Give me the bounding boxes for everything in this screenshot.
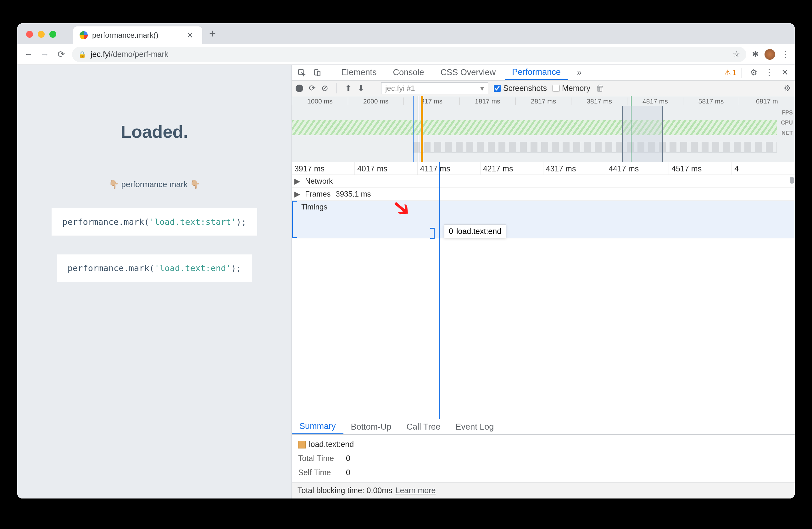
- close-window-button[interactable]: [26, 31, 33, 38]
- tab-console[interactable]: Console: [386, 65, 431, 80]
- expand-toggle-icon[interactable]: ▶: [292, 177, 303, 186]
- separator: [336, 83, 337, 94]
- browser-menu-button[interactable]: ⋮: [781, 49, 789, 59]
- selection-bracket-right: [430, 228, 435, 239]
- device-toolbar-icon[interactable]: [311, 66, 324, 79]
- overview-marker: [421, 96, 423, 162]
- frames-value: 3935.1 ms: [333, 188, 373, 200]
- webpage: Loaded. 👇🏼 performance mark 👇🏼 performan…: [17, 65, 291, 499]
- profile-avatar[interactable]: [765, 49, 775, 60]
- content-area: Loaded. 👇🏼 performance mark 👇🏼 performan…: [17, 65, 795, 499]
- ruler-tick: 4017 ms: [355, 162, 418, 174]
- settings-gear-icon[interactable]: ⚙: [747, 66, 760, 79]
- performance-toolbar: ⟳ ⊘ ⬆ ⬇ jec.fyi #1▾ Screenshots Memory 🗑…: [292, 81, 795, 96]
- reload-button[interactable]: ⟳: [56, 49, 66, 60]
- load-profile-icon[interactable]: ⬆: [345, 83, 352, 93]
- ruler-tick: 4417 ms: [606, 162, 669, 174]
- ruler-tick: 3817 ms: [571, 98, 627, 105]
- tab-event-log[interactable]: Event Log: [448, 419, 502, 434]
- record-button[interactable]: [295, 85, 303, 92]
- details-tab-strip: Summary Bottom-Up Call Tree Event Log: [292, 419, 795, 435]
- devtools-menu-button[interactable]: ⋮: [763, 66, 776, 79]
- ruler-tick: 4317 ms: [543, 162, 606, 174]
- learn-more-link[interactable]: Learn more: [396, 486, 436, 495]
- favicon-icon: [79, 31, 88, 39]
- ruler-tick: 2000 ms: [348, 98, 404, 105]
- color-swatch: [298, 441, 306, 448]
- expand-toggle-icon[interactable]: ▶: [292, 190, 303, 198]
- url-text: jec.fyi/demo/perf-mark: [90, 50, 168, 59]
- tab-overflow-button[interactable]: »: [570, 65, 589, 80]
- close-devtools-button[interactable]: ✕: [778, 66, 792, 79]
- back-button[interactable]: ←: [23, 49, 34, 60]
- ruler-tick: 817 ms: [404, 98, 460, 105]
- window-controls: [26, 31, 56, 38]
- inspect-element-icon[interactable]: [295, 66, 308, 79]
- ruler-tick: 5817 ms: [683, 98, 739, 105]
- tab-performance[interactable]: Performance: [505, 65, 568, 80]
- tab-summary[interactable]: Summary: [292, 419, 344, 434]
- overview-marker: [418, 96, 418, 162]
- chevron-down-icon: ▾: [480, 84, 484, 93]
- scrollbar-thumb[interactable]: [790, 177, 794, 184]
- status-bar: Total blocking time: 0.00ms Learn more: [292, 482, 795, 499]
- network-track[interactable]: ▶Network: [292, 175, 795, 188]
- ruler-tick: 4: [732, 162, 795, 174]
- tab-call-tree[interactable]: Call Tree: [399, 419, 448, 434]
- overview-lane-labels: FPS CPU NET: [781, 108, 793, 138]
- tab-css-overview[interactable]: CSS Overview: [434, 65, 503, 80]
- save-profile-icon[interactable]: ⬇: [358, 83, 364, 93]
- tab-elements[interactable]: Elements: [334, 65, 384, 80]
- self-time-row: Self Time0: [298, 468, 788, 477]
- net-track: [413, 142, 777, 153]
- tab-strip: performance.mark() ✕ +: [17, 23, 795, 44]
- timeline-overview[interactable]: 1000 ms 2000 ms 817 ms 1817 ms 2817 ms 3…: [292, 96, 795, 162]
- separator: [373, 83, 373, 94]
- page-heading: Loaded.: [121, 121, 188, 142]
- overview-selection[interactable]: [622, 106, 663, 162]
- ruler-tick: 1000 ms: [292, 98, 348, 105]
- ruler-tick: 4517 ms: [669, 162, 732, 174]
- reload-record-button[interactable]: ⟳: [309, 83, 316, 93]
- flame-time-marker: [439, 162, 440, 419]
- code-snippet-1: performance.mark('load.text:start');: [52, 208, 257, 235]
- warnings-badge[interactable]: ⚠ 1: [724, 68, 737, 77]
- tooltip-label: load.text:end: [456, 227, 501, 236]
- devtools-tab-strip: Elements Console CSS Overview Performanc…: [292, 65, 795, 81]
- ruler-tick: 2817 ms: [516, 98, 571, 105]
- maximize-window-button[interactable]: [49, 31, 56, 38]
- frames-track[interactable]: ▶Frames3935.1 ms: [292, 188, 795, 201]
- flame-ruler: 3917 ms 4017 ms 4117 ms 4217 ms 4317 ms …: [292, 162, 795, 175]
- entry-name: load.text:end: [309, 440, 354, 448]
- new-tab-button[interactable]: +: [209, 27, 216, 40]
- fps-label: FPS: [781, 108, 793, 118]
- close-tab-button[interactable]: ✕: [184, 30, 196, 40]
- ruler-tick: 3917 ms: [292, 162, 355, 174]
- ruler-tick: 1817 ms: [460, 98, 516, 105]
- flame-chart[interactable]: 3917 ms 4017 ms 4117 ms 4217 ms 4317 ms …: [292, 162, 795, 419]
- tab-bottom-up[interactable]: Bottom-Up: [344, 419, 399, 434]
- screenshots-checkbox[interactable]: Screenshots: [494, 84, 547, 93]
- cpu-track: [292, 120, 777, 135]
- bookmark-star-icon[interactable]: ☆: [733, 49, 740, 59]
- address-bar[interactable]: 🔒 jec.fyi/demo/perf-mark ☆: [72, 47, 746, 62]
- extensions-icon[interactable]: ✱: [752, 49, 759, 59]
- garbage-collect-icon[interactable]: 🗑: [596, 83, 604, 93]
- recording-dropdown[interactable]: jec.fyi #1▾: [381, 82, 488, 94]
- tab-title: performance.mark(): [92, 31, 179, 40]
- timing-tooltip: 0 load.text:end: [444, 225, 506, 238]
- overview-marker: [413, 96, 414, 162]
- tooltip-duration: 0: [449, 227, 453, 236]
- memory-checkbox[interactable]: Memory: [553, 84, 590, 93]
- capture-settings-gear-icon[interactable]: ⚙: [784, 83, 791, 93]
- browser-tab[interactable]: performance.mark() ✕: [73, 26, 202, 44]
- overview-ruler: 1000 ms 2000 ms 817 ms 1817 ms 2817 ms 3…: [292, 98, 795, 105]
- minimize-window-button[interactable]: [38, 31, 45, 38]
- cpu-label: CPU: [781, 118, 793, 128]
- page-subheading: 👇🏼 performance mark 👇🏼: [109, 180, 200, 189]
- summary-entry: load.text:end: [298, 440, 788, 449]
- clear-button[interactable]: ⊘: [321, 83, 328, 93]
- forward-button[interactable]: →: [39, 49, 50, 60]
- selection-bracket-left: [292, 201, 297, 238]
- timings-track[interactable]: Timings: [292, 201, 795, 239]
